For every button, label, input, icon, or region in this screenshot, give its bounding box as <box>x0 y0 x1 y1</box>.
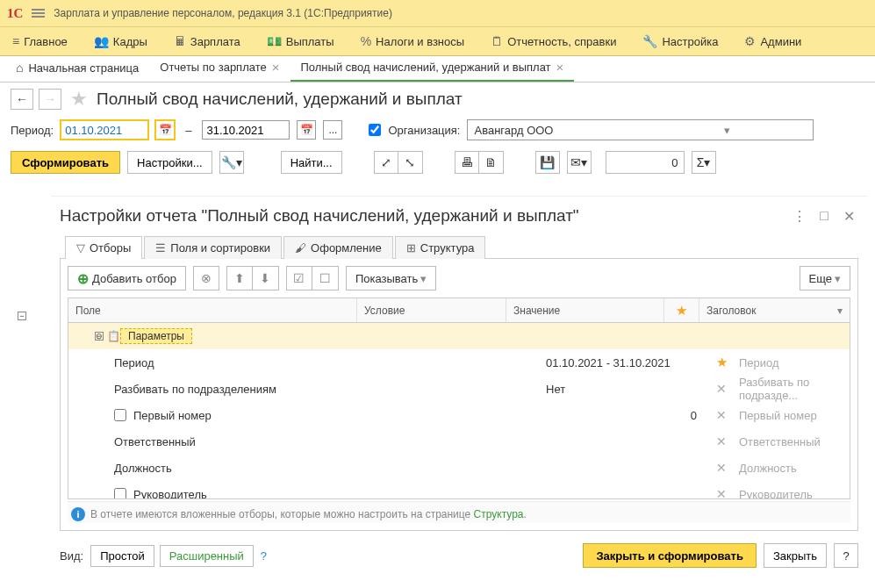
main-nav: ≡Главное 👥Кадры 🖩Зарплата 💵Выплаты %Нало… <box>0 27 875 56</box>
close-and-form-button[interactable]: Закрыть и сформировать <box>583 543 757 568</box>
help-button[interactable]: ? <box>834 543 858 568</box>
expand-icon-button[interactable]: ⤢ <box>374 151 398 174</box>
save-button[interactable]: 💾 <box>535 151 560 174</box>
calendar-from-button[interactable]: 📅 <box>155 120 175 140</box>
period-picker-button[interactable]: ... <box>323 120 342 140</box>
nav-otchet[interactable]: 🗒Отчетность, справки <box>484 31 623 52</box>
grid-body[interactable]: ⊖ 📋 Параметры Период 01.10.2021 - 31.10.… <box>68 323 850 498</box>
counter: 0 <box>606 151 685 174</box>
nav-nastroyka[interactable]: 🔧Настройка <box>635 31 725 52</box>
dialog-tabs: ▽Отборы ☰Поля и сортировки 🖌Оформление ⊞… <box>60 235 858 259</box>
view-extended-button[interactable]: Расширенный <box>160 545 254 567</box>
nav-kadry[interactable]: 👥Кадры <box>87 31 154 52</box>
find-button[interactable]: Найти... <box>281 151 342 174</box>
more-icon[interactable]: ⋮ <box>790 206 809 226</box>
row-checkbox[interactable] <box>114 409 126 421</box>
col-value[interactable]: Значение <box>506 298 664 322</box>
date-to-input[interactable] <box>202 120 290 140</box>
close-icon[interactable]: × <box>556 60 564 75</box>
table-row[interactable]: Первый номер 0 ✕ Первый номер <box>68 402 850 428</box>
collapse-icon[interactable]: ⊖ <box>95 332 104 341</box>
plus-icon: ⊕ <box>77 270 89 287</box>
wrench-icon: 🔧 <box>642 34 657 48</box>
tab-fields[interactable]: ☰Поля и сортировки <box>144 236 282 259</box>
col-star[interactable]: ★ <box>664 298 699 322</box>
x-icon[interactable]: ✕ <box>716 434 727 448</box>
nav-admin[interactable]: ⚙Админи <box>737 31 808 52</box>
view-simple-button[interactable]: Простой <box>90 545 154 567</box>
more-button[interactable]: Еще▾ <box>800 266 850 290</box>
chevron-down-icon[interactable]: ▾ <box>641 124 811 137</box>
print-button[interactable]: 🖶 <box>455 151 479 174</box>
table-row[interactable]: Разбивать по подразделениям Нет ✕ Разбив… <box>68 376 850 402</box>
move-down-button[interactable]: ⬇ <box>253 266 279 290</box>
delete-filter-button[interactable]: ⊗ <box>193 266 219 290</box>
app-title: Зарплата и управление персоналом, редакц… <box>54 7 392 19</box>
calc-icon: 🖩 <box>174 34 186 48</box>
nav-vyplaty[interactable]: 💵Выплаты <box>260 31 341 52</box>
document-tabs: ⌂Начальная страница Отчеты по зарплате× … <box>0 56 875 82</box>
tab-reports[interactable]: Отчеты по зарплате× <box>149 54 290 82</box>
col-title[interactable]: Заголовок▾ <box>699 298 850 322</box>
bills-icon: 💵 <box>267 34 282 48</box>
filter-icon: ▽ <box>76 241 85 255</box>
help-link[interactable]: ? <box>261 549 267 563</box>
maximize-icon[interactable]: □ <box>814 206 834 226</box>
filter-toolbar: ⊕Добавить отбор ⊗ ⬆ ⬇ ☑ ☐ Показывать▾ Ещ… <box>68 266 850 290</box>
settings-button[interactable]: Настройки... <box>127 151 212 174</box>
tree-collapse-icon[interactable]: − <box>18 312 26 320</box>
col-condition[interactable]: Условие <box>357 298 506 322</box>
col-field[interactable]: Поле <box>68 298 357 322</box>
add-filter-button[interactable]: ⊕Добавить отбор <box>68 266 186 290</box>
filters-grid: Поле Условие Значение ★ Заголовок▾ ⊖ 📋 П… <box>68 298 850 499</box>
tab-filters[interactable]: ▽Отборы <box>65 236 142 259</box>
check-all-button[interactable]: ☑ <box>286 266 312 290</box>
dialog-title: Настройки отчета "Полный свод начислений… <box>60 206 785 226</box>
back-button[interactable]: ← <box>11 89 33 110</box>
logo-1c: 1C <box>7 6 23 21</box>
show-button[interactable]: Показывать▾ <box>346 266 436 290</box>
sum-button[interactable]: Σ▾ <box>692 151 716 174</box>
preview-button[interactable]: 🗎 <box>479 151 504 174</box>
settings-dialog: Настройки отчета "Полный свод начислений… <box>51 196 867 578</box>
row-checkbox[interactable] <box>114 488 126 498</box>
page-title: Полный свод начислений, удержаний и выпл… <box>97 90 463 109</box>
nav-nalogi[interactable]: %Налоги и взносы <box>354 31 472 52</box>
tab-structure[interactable]: ⊞Структура <box>395 236 486 259</box>
collapse-icon-button[interactable]: ⤡ <box>398 151 423 174</box>
org-select[interactable]: Авангард ООО ▾ <box>467 119 814 140</box>
date-from-input[interactable] <box>61 120 148 140</box>
x-icon[interactable]: ✕ <box>716 382 727 396</box>
nav-zarplata[interactable]: 🖩Зарплата <box>167 31 247 52</box>
params-row[interactable]: ⊖ 📋 Параметры <box>68 323 850 349</box>
favorite-icon[interactable]: ★ <box>70 88 88 111</box>
close-button[interactable]: Закрыть <box>764 543 827 568</box>
close-icon[interactable]: × <box>272 60 280 75</box>
email-button[interactable]: ✉▾ <box>567 151 592 174</box>
structure-link[interactable]: Структура <box>474 508 524 520</box>
table-row[interactable]: Должность ✕ Должность <box>68 455 850 481</box>
info-bar: i В отчете имеются вложенные отборы, кот… <box>68 501 850 523</box>
tab-design[interactable]: 🖌Оформление <box>283 236 393 259</box>
forward-button[interactable]: → <box>39 89 61 110</box>
x-icon[interactable]: ✕ <box>716 408 727 422</box>
tab-home[interactable]: ⌂Начальная страница <box>5 55 149 82</box>
tab-svod[interactable]: Полный свод начислений, удержаний и выпл… <box>290 54 575 82</box>
form-button[interactable]: Сформировать <box>11 151 120 174</box>
move-up-button[interactable]: ⬆ <box>226 266 253 290</box>
grid-header: Поле Условие Значение ★ Заголовок▾ <box>68 298 850 323</box>
hamburger-icon[interactable] <box>32 7 45 19</box>
table-row[interactable]: Ответственный ✕ Ответственный <box>68 428 850 455</box>
close-dialog-icon[interactable]: ✕ <box>839 206 858 226</box>
page: ← → ★ Полный свод начислений, удержаний … <box>0 82 875 179</box>
uncheck-all-button[interactable]: ☐ <box>312 266 339 290</box>
table-row[interactable]: Период 01.10.2021 - 31.10.2021 ★ Период <box>68 349 850 376</box>
x-icon[interactable]: ✕ <box>716 487 727 498</box>
org-checkbox[interactable] <box>369 124 381 136</box>
table-row[interactable]: Руководитель ✕ Руководитель <box>68 481 850 498</box>
wrench-icon-button[interactable]: 🔧▾ <box>219 151 244 174</box>
calendar-to-button[interactable]: 📅 <box>297 120 316 140</box>
nav-menu[interactable]: ≡Главное <box>5 31 75 52</box>
star-icon[interactable]: ★ <box>716 355 728 369</box>
x-icon[interactable]: ✕ <box>716 461 727 475</box>
